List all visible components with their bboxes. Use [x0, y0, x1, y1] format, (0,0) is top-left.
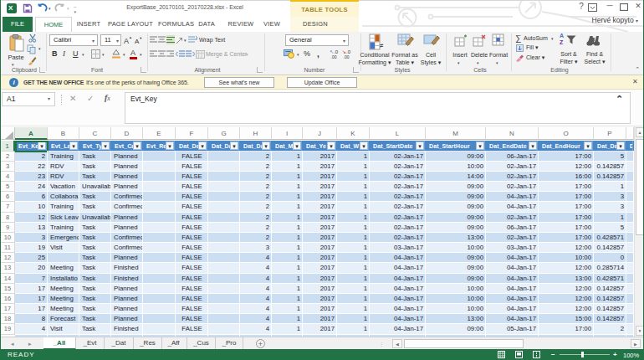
svg-text:≠: ≠ — [380, 42, 384, 49]
